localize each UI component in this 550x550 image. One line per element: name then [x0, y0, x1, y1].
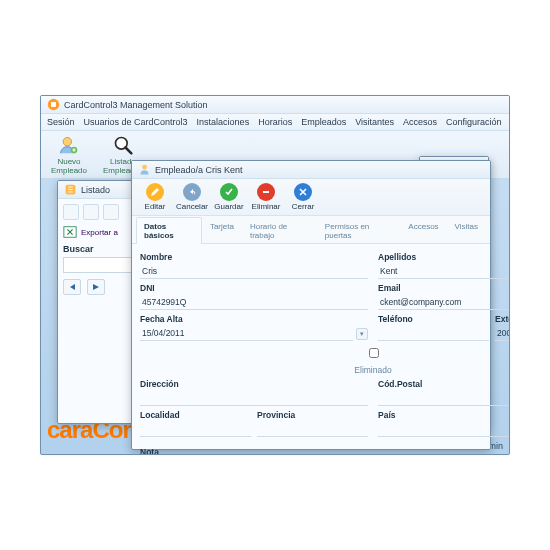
svg-point-8 — [142, 165, 147, 170]
menu-usuarios[interactable]: Usuarios de CardControl3 — [84, 117, 188, 127]
email-label: Email — [378, 283, 510, 293]
field-loc-prov: Localidad Provincia — [140, 410, 368, 437]
field-direccion: Dirección — [140, 379, 368, 406]
dni-input[interactable] — [140, 295, 368, 310]
close-icon — [298, 187, 308, 197]
ribbon-nuevo-label: Nuevo Empleado — [48, 157, 90, 175]
localidad-input[interactable] — [140, 422, 251, 437]
editar-button[interactable]: Editar — [138, 183, 172, 211]
direccion-input[interactable] — [140, 391, 368, 406]
empleado-title: Empleado/a Cris Kent — [155, 165, 243, 175]
codpostal-label: Cód.Postal — [378, 379, 510, 389]
tab-tarjeta[interactable]: Tarjeta — [202, 217, 242, 244]
empleado-tabs: Datos básicos Tarjeta Horario de trabajo… — [132, 216, 490, 244]
main-window: CardControl3 Management Solution Sesión … — [40, 95, 510, 455]
menu-horarios[interactable]: Horarios — [258, 117, 292, 127]
nota-label: Nota — [140, 447, 510, 455]
svg-line-5 — [126, 147, 132, 153]
nav-next[interactable] — [103, 204, 119, 220]
tab-accesos[interactable]: Accesos — [400, 217, 446, 244]
excel-icon — [63, 225, 77, 239]
editar-label: Editar — [145, 202, 166, 211]
search-icon — [112, 135, 134, 155]
pais-input[interactable] — [378, 422, 510, 437]
empleado-window[interactable]: Empleado/a Cris Kent Editar Cancelar Gua… — [131, 160, 491, 450]
listado-icon — [64, 183, 77, 196]
empleado-toolbar: Editar Cancelar Guardar Eliminar Cerrar — [132, 179, 490, 216]
nombre-input[interactable] — [140, 264, 368, 279]
field-email: Email — [378, 283, 510, 310]
filter-first-button[interactable] — [63, 279, 81, 295]
field-apellidos: Apellidos — [378, 252, 510, 279]
extension-label: Extensión — [495, 314, 510, 324]
field-extension: Extensión — [495, 314, 510, 341]
provincia-input[interactable] — [257, 422, 368, 437]
field-codpostal: Cód.Postal — [378, 379, 510, 406]
localidad-label: Localidad — [140, 410, 251, 420]
main-titlebar[interactable]: CardControl3 Management Solution — [41, 96, 509, 114]
menu-accesos[interactable]: Accesos — [403, 117, 437, 127]
provincia-label: Provincia — [257, 410, 368, 420]
empleado-titlebar[interactable]: Empleado/a Cris Kent — [132, 161, 490, 179]
cancelar-label: Cancelar — [176, 202, 208, 211]
apellidos-input[interactable] — [378, 264, 510, 279]
telefono-label: Teléfono — [378, 314, 489, 324]
listado-title: Listado — [81, 185, 110, 195]
user-add-icon — [58, 135, 80, 155]
apellidos-label: Apellidos — [378, 252, 510, 262]
extension-input[interactable] — [495, 326, 510, 341]
eliminado-checkbox[interactable] — [369, 348, 379, 358]
dni-label: DNI — [140, 283, 368, 293]
tab-horario[interactable]: Horario de trabajo — [242, 217, 317, 244]
nav-first[interactable] — [63, 204, 79, 220]
check-icon — [224, 187, 234, 197]
field-telefono: Teléfono — [378, 314, 489, 341]
tab-datos-basicos[interactable]: Datos básicos — [136, 217, 202, 244]
menu-visitantes[interactable]: Visitantes — [355, 117, 394, 127]
field-eliminado: Eliminado — [140, 345, 510, 375]
field-dni: DNI — [140, 283, 368, 310]
svg-rect-9 — [263, 191, 269, 193]
empleado-form: Nombre Apellidos — [132, 244, 490, 455]
filter-play-button[interactable] — [87, 279, 105, 295]
menu-empleados[interactable]: Empleados — [301, 117, 346, 127]
direccion-label: Dirección — [140, 379, 368, 389]
cancelar-button[interactable]: Cancelar — [175, 183, 209, 211]
eliminado-label: Eliminado — [354, 365, 391, 375]
fecha-alta-input[interactable] — [140, 326, 353, 341]
pencil-icon — [150, 187, 160, 197]
export-label[interactable]: Exportar a — [81, 228, 118, 237]
undo-icon — [187, 187, 197, 197]
menu-sesion[interactable]: Sesión — [47, 117, 75, 127]
employee-icon — [138, 163, 151, 176]
tab-permisos[interactable]: Permisos en puertas — [317, 217, 401, 244]
svg-point-2 — [63, 137, 71, 145]
field-tel-ext: Teléfono Extensión — [378, 314, 510, 341]
app-icon — [47, 98, 60, 111]
eliminar-button[interactable]: Eliminar — [249, 183, 283, 211]
codpostal-input[interactable] — [378, 391, 510, 406]
nombre-label: Nombre — [140, 252, 368, 262]
date-dropdown[interactable]: ▾ — [356, 328, 368, 340]
menu-configuracion[interactable]: Configuración — [446, 117, 502, 127]
cerrar-button[interactable]: Cerrar — [286, 183, 320, 211]
app-title: CardControl3 Management Solution — [64, 100, 208, 110]
menubar: Sesión Usuarios de CardControl3 Instalac… — [41, 114, 509, 131]
ribbon-nuevo-empleado[interactable]: Nuevo Empleado — [47, 134, 91, 176]
svg-rect-1 — [51, 102, 56, 107]
guardar-label: Guardar — [214, 202, 243, 211]
nav-prev[interactable] — [83, 204, 99, 220]
email-input[interactable] — [378, 295, 510, 310]
menu-instalaciones[interactable]: Instalaciones — [197, 117, 250, 127]
field-fecha-alta: Fecha Alta ▾ — [140, 314, 368, 341]
eliminar-label: Eliminar — [252, 202, 281, 211]
telefono-input[interactable] — [378, 326, 489, 341]
guardar-button[interactable]: Guardar — [212, 183, 246, 211]
field-nota: Nota — [140, 447, 510, 455]
pais-label: País — [378, 410, 510, 420]
tab-visitas[interactable]: Visitas — [447, 217, 486, 244]
field-provincia: Provincia — [257, 410, 368, 437]
fecha-alta-label: Fecha Alta — [140, 314, 368, 324]
field-localidad: Localidad — [140, 410, 251, 437]
field-nombre: Nombre — [140, 252, 368, 279]
